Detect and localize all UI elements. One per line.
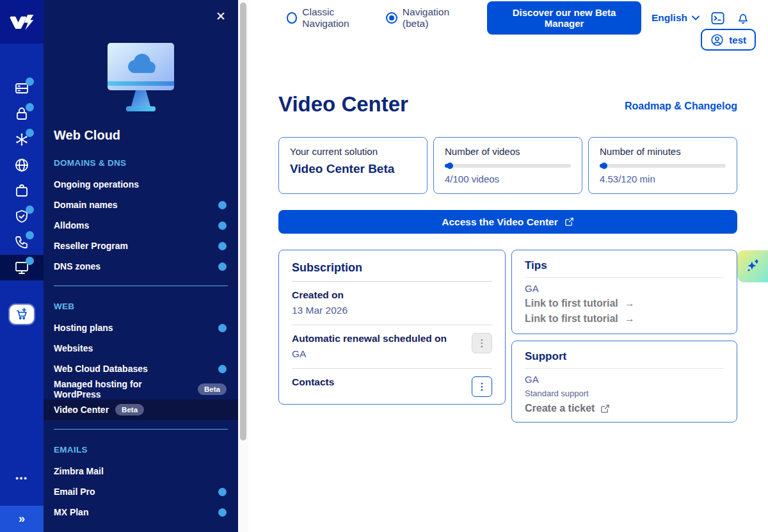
sidebar-item-websites[interactable]: Websites [44, 338, 238, 359]
tips-title: Tips [525, 259, 724, 278]
sidebar-item-dns-zones[interactable]: DNS zones [44, 256, 238, 277]
tutorial-link-label: Link to first tutorial [525, 313, 618, 325]
sidebar-item-domain-names[interactable]: Domain names [44, 195, 238, 215]
sidebar-item-label: Ongoing operations [54, 179, 139, 189]
briefcase-icon [14, 183, 29, 198]
support-plan: Standard support [525, 389, 724, 398]
radio-label: Navigation (beta) [403, 6, 468, 29]
terminal-icon [710, 11, 725, 26]
cards-grid: Subscription Created on 13 Mar 2026 Auto… [278, 250, 737, 423]
user-account-button[interactable]: test [701, 29, 756, 51]
scrollbar-thumb[interactable] [240, 3, 246, 440]
notification-dot [218, 201, 227, 209]
cart-plus-icon [15, 307, 29, 321]
discover-beta-button[interactable]: Discover our new Beta Manager [487, 1, 641, 35]
support-title: Support [525, 350, 724, 369]
rail-item-marketplace[interactable] [0, 178, 44, 204]
rail-nav [0, 76, 44, 280]
sidebar-item-zimbra-mail[interactable]: Zimbra Mail [44, 461, 238, 481]
subscription-row-renewal: Automatic renewal scheduled on GA ⋮ [292, 325, 492, 369]
current-solution-card: Your current solution Video Center Beta [278, 137, 428, 194]
contacts-menu-button[interactable]: ⋮ [472, 376, 492, 397]
sidebar-item-reseller-program[interactable]: Reseller Program [44, 236, 238, 256]
sidebar-item-managed-wordpress[interactable]: Managed hosting for WordPressBeta [44, 379, 238, 399]
notification-dot [26, 257, 34, 265]
ovhcloud-logo[interactable] [0, 0, 44, 44]
roadmap-changelog-link[interactable]: Roadmap & Changelog [625, 101, 737, 117]
rail-item-globe[interactable] [0, 152, 44, 178]
tips-card: Tips GA Link to first tutorial→ Link to … [511, 250, 737, 334]
bell-icon [736, 11, 750, 26]
section-heading: EMAILS [54, 445, 228, 455]
sidebar-item-video-center[interactable]: Video CenterBeta [44, 399, 238, 420]
radio-classic-navigation[interactable]: Classic Navigation [287, 6, 374, 29]
rail-spacer [0, 324, 44, 473]
sidebar-item-mx-plan[interactable]: MX Plan [44, 502, 238, 522]
sidebar-item-hosting-plans[interactable]: Hosting plans [44, 318, 238, 338]
radio-navigation-beta[interactable]: Navigation (beta) [386, 6, 468, 29]
rail-item-server[interactable] [0, 76, 44, 101]
arrow-right-icon: → [625, 298, 635, 309]
access-button-label: Access the Video Center [442, 216, 557, 228]
subscription-title: Subscription [292, 261, 492, 282]
section-divider [54, 286, 228, 286]
external-link-icon [564, 217, 574, 227]
expand-sidebar-button[interactable]: » [0, 506, 44, 532]
rail-item-security[interactable] [0, 204, 44, 229]
sidebar-item-label: Zimbra Mail [54, 466, 104, 476]
tutorial-link-label: Link to first tutorial [525, 298, 618, 309]
notification-dot [218, 324, 227, 332]
sidebar-item-label: Alldoms [54, 220, 89, 230]
kebab-icon: ⋮ [477, 337, 487, 349]
sidebar-item-alldoms[interactable]: Alldoms [44, 215, 238, 236]
notification-dot [218, 508, 227, 517]
language-selector[interactable]: English [652, 12, 700, 24]
sidebar-item-label: Hosting plans [54, 323, 113, 333]
minutes-progress-bar [600, 164, 726, 168]
panel-scrollbar [238, 0, 248, 532]
double-chevron-icon: » [19, 512, 25, 526]
notification-dot [26, 77, 34, 86]
radio-label: Classic Navigation [302, 6, 374, 29]
section-emails: EMAILS Zimbra Mail Email Pro MX Plan [44, 445, 238, 522]
right-column: Tips GA Link to first tutorial→ Link to … [511, 250, 737, 423]
sidebar-item-label: Reseller Program [54, 241, 128, 251]
renewal-menu-button[interactable]: ⋮ [472, 333, 492, 353]
sidebar-item-label: DNS zones [54, 261, 100, 271]
radio-checked-icon [386, 12, 397, 24]
title-row: Video Center Roadmap & Changelog [278, 92, 737, 117]
rail-item-web-cloud[interactable] [0, 255, 44, 280]
sparkles-icon [744, 258, 761, 275]
access-video-center-button[interactable]: Access the Video Center [278, 210, 737, 234]
subscription-row-created: Created on 13 Mar 2026 [292, 282, 492, 325]
page-content: Video Center Roadmap & Changelog Your cu… [248, 92, 768, 423]
notifications-button[interactable] [736, 11, 750, 26]
sidebar-item-label: Video Center [54, 405, 109, 415]
stat-value: Video Center Beta [290, 162, 416, 176]
rail-item-network[interactable] [0, 127, 44, 152]
row-value: GA [292, 348, 492, 360]
sidebar-item-ongoing-operations[interactable]: Ongoing operations [44, 174, 238, 195]
beta-badge: Beta [115, 404, 144, 416]
stat-value: 4/100 videos [445, 173, 571, 184]
globe-icon [14, 157, 29, 173]
external-link-icon [600, 404, 610, 414]
more-options-icon[interactable]: ••• [0, 473, 44, 483]
cart-button[interactable] [10, 305, 34, 324]
section-domains-dns: DOMAINS & DNS Ongoing operations Domain … [44, 158, 238, 286]
stat-value: 4.53/120 min [600, 173, 726, 184]
create-ticket-link[interactable]: Create a ticket [525, 403, 724, 414]
close-icon[interactable]: ✕ [216, 10, 226, 22]
sidebar-item-web-cloud-databases[interactable]: Web Cloud Databases [44, 359, 238, 379]
sidebar-item-label: Websites [54, 343, 93, 353]
ai-assistant-button[interactable] [737, 250, 768, 282]
chevron-down-icon [692, 15, 700, 20]
sidebar-item-email-pro[interactable]: Email Pro [44, 481, 238, 502]
terminal-button[interactable] [710, 11, 725, 26]
rail-item-telephony[interactable] [0, 229, 44, 255]
tutorial-link-1[interactable]: Link to first tutorial→ [525, 298, 724, 309]
sidebar-item-label: Managed hosting for WordPress [54, 379, 191, 399]
tutorial-link-2[interactable]: Link to first tutorial→ [525, 313, 724, 325]
rail-item-lock[interactable] [0, 101, 44, 127]
notification-dot [218, 242, 227, 250]
